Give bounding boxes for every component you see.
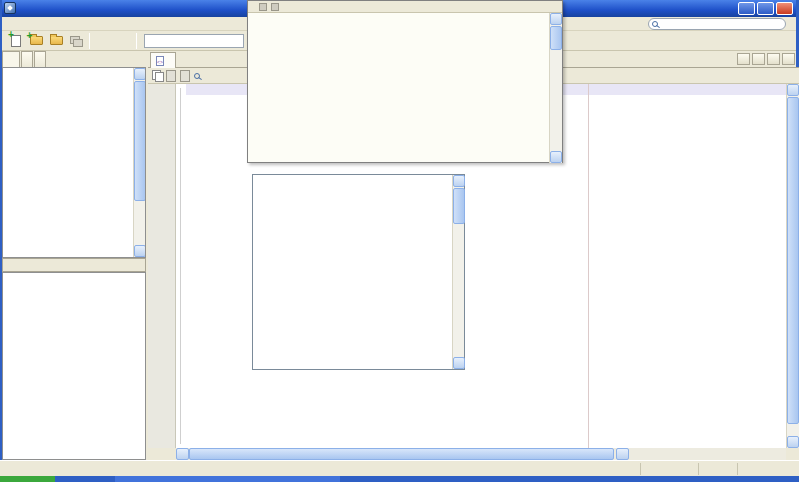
editor-horizontal-scrollbar[interactable] <box>176 448 786 460</box>
left-panel <box>2 51 146 460</box>
tab-game-info-entity[interactable] <box>150 52 176 68</box>
next-bookmark-button[interactable] <box>180 70 191 82</box>
source-history-button[interactable] <box>152 70 163 81</box>
scroll-up-icon[interactable] <box>453 175 465 187</box>
editor-scrollbar-thumb[interactable] <box>787 97 799 424</box>
scroll-right-icon[interactable] <box>616 448 629 460</box>
doc-external-icon[interactable] <box>271 3 279 11</box>
code-fold-column <box>176 84 186 448</box>
bookmark-icon <box>180 70 190 82</box>
navigator-panel <box>2 272 146 460</box>
scroll-up-icon[interactable] <box>134 68 146 80</box>
open-project-button[interactable] <box>46 32 66 50</box>
scroll-tabs-left-icon[interactable] <box>737 53 750 65</box>
new-project-button[interactable] <box>26 32 46 50</box>
tab-list-dropdown-icon[interactable] <box>767 53 780 65</box>
save-all-icon <box>70 36 82 46</box>
last-edit-icon <box>166 70 176 82</box>
horizontal-scrollbar-thumb[interactable] <box>189 448 614 460</box>
code-completion-popup <box>252 174 465 370</box>
undo-button[interactable] <box>93 32 113 50</box>
documentation-popup <box>247 0 563 163</box>
find-icon <box>194 73 200 79</box>
save-all-button[interactable] <box>66 32 86 50</box>
editor-vertical-scrollbar[interactable] <box>786 84 799 448</box>
fold-guide-line <box>180 88 181 444</box>
tab-services[interactable] <box>34 51 46 67</box>
xml-file-icon <box>156 56 164 66</box>
minimize-button[interactable] <box>738 2 755 15</box>
maximize-editor-icon[interactable] <box>782 53 795 65</box>
netbeans-window <box>0 0 799 482</box>
scroll-down-icon[interactable] <box>453 357 465 369</box>
doc-scrollbar[interactable] <box>549 13 562 163</box>
scroll-down-icon[interactable] <box>550 151 562 163</box>
tab-projects[interactable] <box>2 51 20 67</box>
scroll-left-icon[interactable] <box>176 448 189 460</box>
tree-scrollbar[interactable] <box>133 68 145 257</box>
configuration-combobox[interactable] <box>144 34 244 48</box>
new-file-button[interactable] <box>6 32 26 50</box>
start-button[interactable] <box>0 476 55 482</box>
scroll-up-icon[interactable] <box>550 13 562 25</box>
doc-popup-body <box>248 13 550 163</box>
new-file-icon <box>11 35 21 47</box>
completion-list[interactable] <box>253 175 453 369</box>
completion-scrollbar[interactable] <box>452 175 464 369</box>
history-icon <box>152 70 163 81</box>
toolbar-separator <box>89 33 90 49</box>
doc-scrollbar-thumb[interactable] <box>550 26 562 50</box>
search-box[interactable] <box>648 18 786 30</box>
navigator-header[interactable] <box>2 258 146 272</box>
scroll-down-icon[interactable] <box>787 436 799 448</box>
last-edit-button[interactable] <box>166 70 177 82</box>
status-bar <box>0 460 799 476</box>
scroll-tabs-right-icon[interactable] <box>752 53 765 65</box>
scroll-down-icon[interactable] <box>134 245 146 257</box>
scrollbar-corner <box>786 448 799 460</box>
tab-files[interactable] <box>21 51 33 67</box>
toolbar-separator <box>136 33 137 49</box>
line-number-gutter <box>148 84 176 448</box>
maximize-button[interactable] <box>757 2 774 15</box>
caret-position <box>640 463 698 475</box>
doc-show-icon[interactable] <box>259 3 267 11</box>
projects-tree-panel <box>2 67 146 258</box>
tree-scrollbar-thumb[interactable] <box>134 81 146 201</box>
doc-popup-toolbar <box>248 1 562 13</box>
open-project-icon <box>50 36 63 45</box>
completion-scrollbar-thumb[interactable] <box>453 188 465 224</box>
find-button[interactable] <box>194 73 202 79</box>
taskbar-button[interactable] <box>115 476 340 482</box>
insert-mode-indicator <box>698 463 738 475</box>
redo-button[interactable] <box>113 32 133 50</box>
close-button[interactable] <box>776 2 793 15</box>
new-project-icon <box>30 36 43 45</box>
explorer-tab-row <box>2 51 146 67</box>
search-input[interactable] <box>662 20 762 29</box>
netbeans-logo-icon <box>4 2 16 14</box>
windows-taskbar[interactable] <box>0 476 799 482</box>
search-icon <box>652 21 658 27</box>
scroll-up-icon[interactable] <box>787 84 799 96</box>
